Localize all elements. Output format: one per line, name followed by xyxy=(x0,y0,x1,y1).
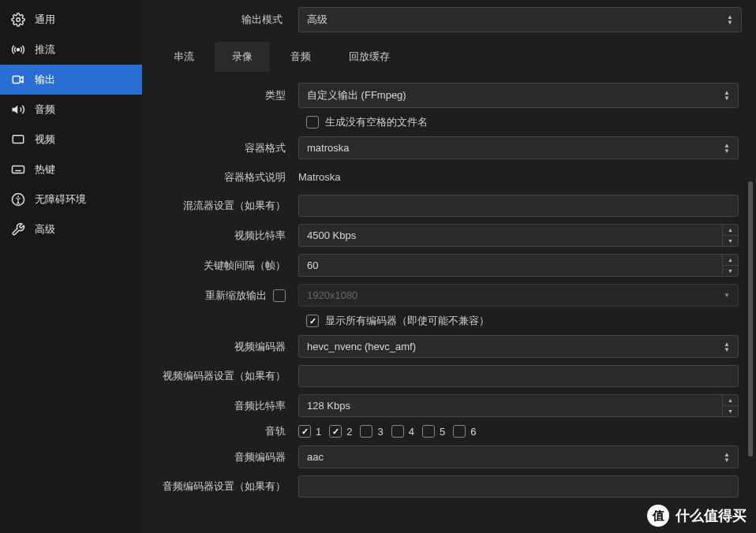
keyint-value: 60 xyxy=(299,255,722,276)
track-label: 1 xyxy=(316,426,321,438)
container-desc-label: 容器格式说明 xyxy=(156,170,290,184)
abitrate-value: 128 Kbps xyxy=(299,395,722,416)
output-mode-select[interactable]: 高级 ▲▼ xyxy=(298,7,742,32)
abitrate-label: 音频比特率 xyxy=(156,399,290,413)
type-label: 类型 xyxy=(156,88,290,102)
show-all-encoders-label: 显示所有编码器（即使可能不兼容） xyxy=(325,314,489,328)
type-value: 自定义输出 (FFmpeg) xyxy=(307,88,406,102)
output-mode-value: 高级 xyxy=(307,13,327,27)
updown-icon: ▲▼ xyxy=(724,342,730,352)
vencoder-label: 视频编码器 xyxy=(156,340,290,354)
tools-icon xyxy=(11,222,25,237)
no-spaces-checkbox[interactable] xyxy=(306,116,319,129)
updown-icon: ▲▼ xyxy=(724,453,730,462)
aenc-settings-input[interactable] xyxy=(298,475,739,498)
spin-up-icon[interactable]: ▲ xyxy=(723,395,738,406)
vencoder-value: hevc_nvenc (hevc_amf) xyxy=(307,341,416,352)
keyint-label: 关键帧间隔（帧） xyxy=(156,259,290,273)
keyboard-icon xyxy=(11,162,25,177)
track-5-checkbox[interactable] xyxy=(422,425,435,438)
muxer-input[interactable] xyxy=(298,195,739,217)
track-3-checkbox[interactable] xyxy=(360,425,372,438)
aencoder-select[interactable]: aac ▲▼ xyxy=(298,445,739,468)
abitrate-spinner[interactable]: 128 Kbps ▲▼ xyxy=(298,394,739,417)
speaker-icon xyxy=(11,102,25,117)
accessibility-icon xyxy=(11,192,25,207)
tracks-label: 音轨 xyxy=(156,424,290,438)
sidebar-item-label: 视频 xyxy=(35,132,55,147)
svg-point-11 xyxy=(17,196,19,197)
sidebar-item-label: 输出 xyxy=(35,73,55,87)
type-select[interactable]: 自定义输出 (FFmpeg) ▲▼ xyxy=(298,83,739,108)
tab-audio[interactable]: 音频 xyxy=(273,42,328,72)
spin-up-icon[interactable]: ▲ xyxy=(723,255,738,266)
venc-settings-input[interactable] xyxy=(298,365,739,387)
sidebar-item-label: 通用 xyxy=(35,13,55,27)
sidebar-item-label: 无障碍环境 xyxy=(35,192,86,207)
spin-down-icon[interactable]: ▼ xyxy=(723,236,738,246)
show-all-encoders-checkbox[interactable] xyxy=(306,315,319,327)
track-label: 4 xyxy=(409,426,414,438)
sidebar: 通用 推流 输出 音频 视频 热键 无障碍环境 高级 xyxy=(0,0,142,533)
scrollbar[interactable] xyxy=(748,181,753,525)
track-label: 3 xyxy=(377,426,383,438)
container-desc-value: Matroska xyxy=(298,166,739,188)
track-label: 6 xyxy=(470,426,476,438)
rescale-value: 1920x1080 xyxy=(307,289,357,301)
tab-recording[interactable]: 录像 xyxy=(215,42,270,72)
rescale-checkbox[interactable] xyxy=(273,289,286,302)
track-4-checkbox[interactable] xyxy=(391,425,404,438)
track-6-checkbox[interactable] xyxy=(453,425,466,438)
sidebar-item-video[interactable]: 视频 xyxy=(0,125,142,155)
aencoder-value: aac xyxy=(307,451,324,463)
sidebar-item-advanced[interactable]: 高级 xyxy=(0,214,142,244)
vbitrate-label: 视频比特率 xyxy=(156,229,290,243)
rescale-select[interactable]: 1920x1080 ▼ xyxy=(298,284,739,307)
svg-rect-3 xyxy=(13,136,24,144)
sidebar-item-label: 热键 xyxy=(35,162,55,177)
aenc-settings-label: 音频编码器设置（如果有） xyxy=(156,479,290,494)
sidebar-item-label: 音频 xyxy=(35,102,55,117)
tab-streaming[interactable]: 串流 xyxy=(156,42,211,72)
down-icon: ▼ xyxy=(724,293,730,297)
venc-settings-label: 视频编码器设置（如果有） xyxy=(156,369,290,383)
sidebar-item-label: 高级 xyxy=(35,222,55,237)
main-panel: 输出模式 高级 ▲▼ 串流 录像 音频 回放缓存 类型 自定义输出 (FFmpe… xyxy=(142,0,756,533)
sidebar-item-hotkeys[interactable]: 热键 xyxy=(0,155,142,184)
muxer-label: 混流器设置（如果有） xyxy=(156,199,290,213)
svg-rect-2 xyxy=(13,76,20,84)
sidebar-item-general[interactable]: 通用 xyxy=(0,5,142,35)
track-label: 2 xyxy=(346,426,352,438)
sidebar-item-accessibility[interactable]: 无障碍环境 xyxy=(0,184,142,214)
vbitrate-spinner[interactable]: 4500 Kbps ▲▼ xyxy=(298,224,739,247)
sidebar-item-output[interactable]: 输出 xyxy=(0,65,142,95)
rescale-label: 重新缩放输出 xyxy=(205,289,267,303)
no-spaces-label: 生成没有空格的文件名 xyxy=(325,115,428,129)
svg-rect-4 xyxy=(13,166,24,173)
container-select[interactable]: matroska ▲▼ xyxy=(298,136,739,159)
output-mode-label: 输出模式 xyxy=(156,13,290,27)
container-label: 容器格式 xyxy=(156,141,290,155)
tab-replay-buffer[interactable]: 回放缓存 xyxy=(331,42,407,72)
sidebar-item-audio[interactable]: 音频 xyxy=(0,95,142,125)
settings-content: 类型 自定义输出 (FFmpeg) ▲▼ 生成没有空格的文件名 容器格式 mat… xyxy=(142,72,756,533)
svg-point-1 xyxy=(17,49,20,51)
spin-down-icon[interactable]: ▼ xyxy=(723,406,738,416)
vbitrate-value: 4500 Kbps xyxy=(299,225,722,246)
spin-up-icon[interactable]: ▲ xyxy=(723,225,738,236)
updown-icon: ▲▼ xyxy=(724,144,730,153)
sidebar-item-label: 推流 xyxy=(35,43,55,57)
updown-icon: ▲▼ xyxy=(727,15,733,24)
aencoder-label: 音频编码器 xyxy=(156,450,290,464)
keyint-spinner[interactable]: 60 ▲▼ xyxy=(298,254,739,277)
track-1-checkbox[interactable] xyxy=(298,425,311,438)
svg-point-0 xyxy=(17,18,21,22)
spin-down-icon[interactable]: ▼ xyxy=(723,266,738,276)
track-2-checkbox[interactable] xyxy=(329,425,342,438)
output-icon xyxy=(11,73,25,87)
vencoder-select[interactable]: hevc_nvenc (hevc_amf) ▲▼ xyxy=(298,335,739,358)
antenna-icon xyxy=(11,43,25,57)
gear-icon xyxy=(11,13,25,27)
sidebar-item-stream[interactable]: 推流 xyxy=(0,35,142,65)
track-label: 5 xyxy=(440,426,445,438)
